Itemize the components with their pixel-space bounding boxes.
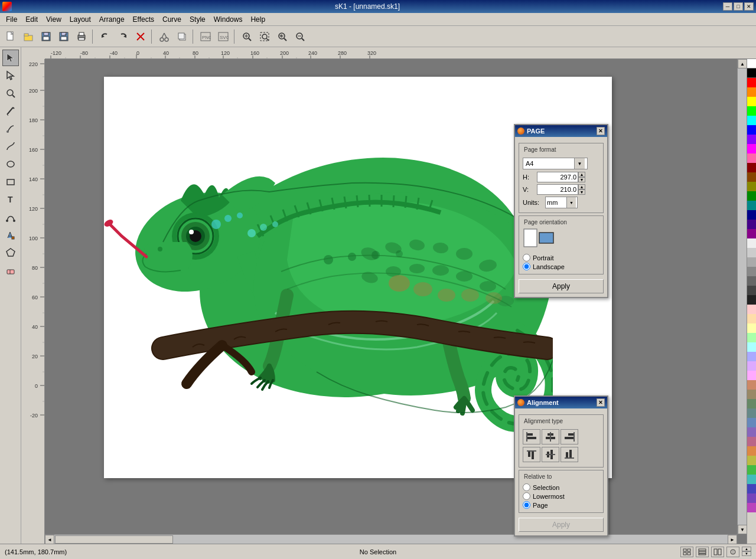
menu-view[interactable]: View	[43, 14, 65, 25]
zoom-select-button[interactable]	[256, 28, 273, 45]
status-view-btn-3[interactable]	[711, 547, 724, 557]
undo-button[interactable]	[97, 28, 113, 45]
status-view-btn-2[interactable]	[696, 547, 709, 557]
lowermost-radio[interactable]	[523, 492, 530, 500]
align-center-v-button[interactable]	[542, 447, 559, 462]
pen-tool[interactable]	[2, 120, 19, 137]
page-apply-button[interactable]: Apply	[519, 279, 604, 293]
selection-radio[interactable]	[523, 483, 530, 491]
color-gray4[interactable]	[747, 276, 756, 286]
cut-button[interactable]	[156, 28, 172, 45]
menu-edit[interactable]: Edit	[22, 14, 41, 25]
select-tool[interactable]	[2, 50, 19, 66]
ellipse-tool[interactable]	[2, 156, 19, 172]
color-gray6[interactable]	[747, 295, 756, 305]
zoom-fit-button[interactable]	[239, 28, 255, 45]
color-purple[interactable]	[747, 220, 756, 229]
color-sage[interactable]	[747, 399, 756, 408]
scroll-left-button[interactable]: ◄	[45, 535, 54, 544]
horizontal-scrollbar[interactable]: ◄ ►	[45, 534, 737, 544]
zoom-in-button[interactable]: +	[274, 28, 291, 45]
align-center-h-button[interactable]	[542, 429, 559, 444]
color-pink[interactable]	[747, 153, 756, 163]
color-black[interactable]	[747, 68, 756, 78]
eraser-tool[interactable]	[2, 262, 19, 279]
color-medmagenta[interactable]	[747, 503, 756, 512]
align-bottom-button[interactable]	[561, 447, 578, 462]
fill-tool[interactable]	[2, 227, 19, 243]
scroll-thumb-h[interactable]	[55, 535, 173, 544]
units-dropdown[interactable]: mm ▼	[545, 197, 578, 208]
color-steelblue[interactable]	[747, 418, 756, 427]
right-vscroll[interactable]: ▲ ▼	[737, 59, 747, 534]
color-teal[interactable]	[747, 201, 756, 210]
color-lightpurple[interactable]	[747, 371, 756, 380]
status-view-btn-1[interactable]	[680, 547, 693, 557]
close-button[interactable]: ✕	[744, 2, 754, 11]
color-green[interactable]	[747, 106, 756, 116]
canvas-viewport[interactable]: ▲ ▼ ◄ ►	[45, 59, 756, 544]
page-radio[interactable]	[523, 501, 530, 509]
color-khaki[interactable]	[747, 390, 756, 399]
color-medcyan[interactable]	[747, 475, 756, 484]
text-tool[interactable]: T	[2, 191, 19, 208]
color-cyan[interactable]	[747, 116, 756, 125]
rect-tool[interactable]	[2, 174, 19, 190]
save-button[interactable]	[38, 28, 54, 45]
zoom-out-button[interactable]	[292, 28, 308, 45]
portrait-radio[interactable]	[523, 254, 530, 261]
color-darkmagenta[interactable]	[747, 229, 756, 238]
scroll-corner-down[interactable]: ▼	[742, 551, 751, 556]
color-peru[interactable]	[747, 446, 756, 456]
color-medblue[interactable]	[747, 484, 756, 493]
color-orange[interactable]	[747, 87, 756, 97]
print-button[interactable]	[73, 28, 90, 45]
color-medgreen[interactable]	[747, 465, 756, 475]
v-input[interactable]	[537, 184, 578, 195]
save-as-button[interactable]: +	[56, 28, 72, 45]
color-violet[interactable]	[747, 135, 756, 144]
vscroll-down[interactable]: ▼	[738, 525, 747, 534]
color-navy[interactable]	[747, 210, 756, 220]
color-darkred[interactable]	[747, 163, 756, 172]
color-lightpink[interactable]	[747, 305, 756, 314]
align-right-button[interactable]	[561, 429, 578, 444]
pencil-tool[interactable]	[2, 103, 19, 119]
color-lightyellow[interactable]	[747, 323, 756, 333]
menu-effects[interactable]: Effects	[129, 14, 158, 25]
polygon-tool[interactable]	[2, 244, 19, 261]
color-white[interactable]	[747, 59, 756, 68]
color-blue[interactable]	[747, 125, 756, 135]
alignment-apply-button[interactable]: Apply	[519, 518, 604, 532]
redo-button[interactable]	[115, 28, 131, 45]
menu-style[interactable]: Style	[186, 14, 209, 25]
color-lavender[interactable]	[747, 361, 756, 371]
h-spin-up[interactable]: ▲	[578, 172, 585, 177]
align-left-button[interactable]	[523, 429, 540, 444]
color-darkgreen[interactable]	[747, 191, 756, 201]
color-lightgray[interactable]	[747, 238, 756, 248]
export-button[interactable]: PNG	[197, 28, 214, 45]
page-dialog-titlebar[interactable]: PAGE ✕	[515, 125, 607, 137]
status-view-btn-4[interactable]	[726, 547, 739, 557]
open-button[interactable]	[20, 28, 37, 45]
new-button[interactable]	[2, 28, 19, 45]
menu-layout[interactable]: Layout	[66, 14, 94, 25]
color-medviolet[interactable]	[747, 493, 756, 503]
node-tool[interactable]	[2, 67, 19, 84]
curve-tool[interactable]	[2, 138, 19, 155]
h-spin-down[interactable]: ▼	[578, 177, 585, 182]
landscape-radio[interactable]	[523, 263, 530, 270]
color-gray5[interactable]	[747, 286, 756, 295]
color-gray2[interactable]	[747, 257, 756, 267]
color-gray1[interactable]	[747, 248, 756, 257]
color-magenta[interactable]	[747, 144, 756, 153]
color-gray3[interactable]	[747, 267, 756, 276]
canvas-area[interactable]: -120 -80 -40 0 40 80 120 160 200 240	[21, 47, 756, 544]
v-spin-up[interactable]: ▲	[578, 184, 585, 189]
color-slategray[interactable]	[747, 408, 756, 418]
maximize-button[interactable]: □	[734, 2, 743, 11]
import-button[interactable]: SVG	[215, 28, 232, 45]
color-olive[interactable]	[747, 182, 756, 191]
page-dialog-close-button[interactable]: ✕	[597, 127, 605, 135]
